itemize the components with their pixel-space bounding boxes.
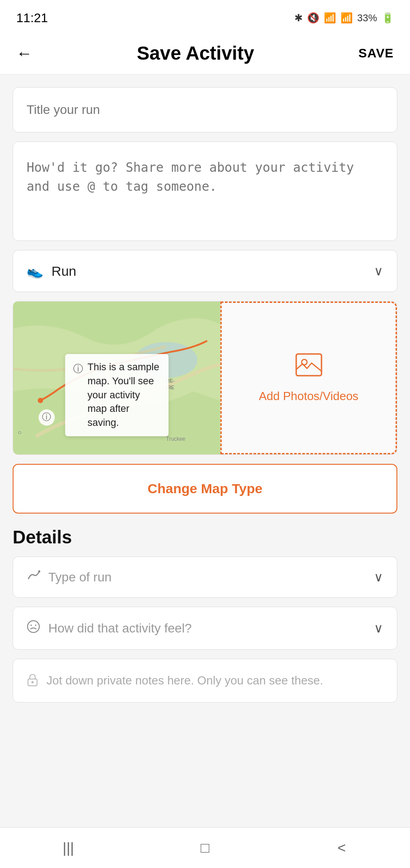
bluetooth-icon: ✱ <box>294 12 303 24</box>
svg-text:O: O <box>18 430 22 435</box>
status-time: 11:21 <box>16 11 48 25</box>
activity-feel-icon <box>27 620 40 637</box>
nav-back-button[interactable]: < <box>324 835 360 862</box>
mute-icon: 🔇 <box>307 12 319 24</box>
add-media-label: Add Photos/Videos <box>259 389 359 403</box>
status-icons: ✱ 🔇 📶 📶 33% 🔋 <box>294 12 394 24</box>
svg-point-3 <box>38 398 43 403</box>
type-of-run-label: Type of run <box>48 570 112 585</box>
svg-point-13 <box>28 621 39 632</box>
map-tooltip: ⓘ This is a sample map. You'll see your … <box>65 354 169 436</box>
activity-type-selector[interactable]: 👟 Run ∨ <box>13 250 397 292</box>
activity-chevron-icon: ∨ <box>374 264 383 278</box>
battery-icon: 🔋 <box>382 12 394 24</box>
activity-feel-chevron: ∨ <box>374 621 383 636</box>
change-map-type-button[interactable]: Change Map Type <box>13 464 397 514</box>
svg-point-15 <box>35 625 37 626</box>
nav-home-button[interactable]: □ <box>187 835 223 862</box>
add-media-button[interactable]: Add Photos/Videos <box>220 302 397 454</box>
page-title: Save Activity <box>137 42 254 64</box>
map-container: ⓘ Truckee RE- IRE O ⓘ This is a sample m… <box>13 302 220 454</box>
type-of-run-chevron: ∨ <box>374 570 383 585</box>
map-info-icon: ⓘ <box>73 361 83 376</box>
lock-icon <box>27 674 38 689</box>
svg-text:Truckee: Truckee <box>166 436 186 442</box>
svg-point-17 <box>32 681 34 684</box>
title-input[interactable] <box>13 87 397 132</box>
nav-menu-button[interactable]: ||| <box>50 835 86 862</box>
header: ← Save Activity SAVE <box>0 33 410 75</box>
media-icon <box>295 353 322 382</box>
private-notes-text: Jot down private notes here. Only you ca… <box>47 672 323 689</box>
svg-point-14 <box>31 625 32 626</box>
back-button[interactable]: ← <box>16 44 33 63</box>
type-of-run-icon <box>27 570 40 585</box>
main-content: 👟 Run ∨ <box>0 75 410 868</box>
bottom-nav: ||| □ < <box>0 827 410 868</box>
type-of-run-selector[interactable]: Type of run ∨ <box>13 557 397 598</box>
save-button[interactable]: SAVE <box>359 46 394 61</box>
status-bar: 11:21 ✱ 🔇 📶 📶 33% 🔋 <box>0 0 410 33</box>
map-media-row: ⓘ Truckee RE- IRE O ⓘ This is a sample m… <box>13 301 397 455</box>
description-input[interactable] <box>13 142 397 241</box>
svg-text:ⓘ: ⓘ <box>42 412 51 422</box>
svg-rect-10 <box>296 354 321 376</box>
activity-feel-selector[interactable]: How did that activity feel? ∨ <box>13 607 397 650</box>
map-tooltip-text: This is a sample map. You'll see your ac… <box>88 360 161 430</box>
activity-type-icon: 👟 <box>27 263 43 279</box>
activity-type-label: Run <box>51 264 76 279</box>
signal-icon: 📶 <box>340 12 353 24</box>
private-notes-field[interactable]: Jot down private notes here. Only you ca… <box>13 659 397 703</box>
wifi-icon: 📶 <box>324 12 336 24</box>
details-heading: Details <box>13 523 397 547</box>
battery-indicator: 33% <box>357 12 377 24</box>
activity-feel-label: How did that activity feel? <box>48 621 192 636</box>
